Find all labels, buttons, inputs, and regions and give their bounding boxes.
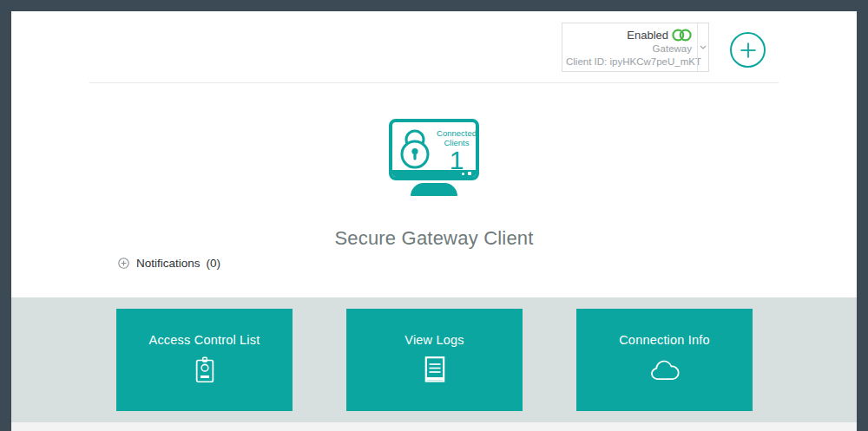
monitor-icon: Connected Clients 1 <box>389 119 479 196</box>
plus-icon <box>740 42 757 59</box>
gateway-selector-dropdown[interactable] <box>697 23 708 71</box>
connected-count: 1 <box>436 148 477 173</box>
gateway-selector-summary: Enabled Gateway Client ID: ipyHKCw7peU_m… <box>562 23 697 71</box>
action-label: Access Control List <box>149 333 260 347</box>
connected-label-line1: Connected <box>436 128 477 138</box>
add-gateway-button[interactable] <box>730 32 766 68</box>
padlock-icon <box>397 127 433 173</box>
view-logs-button[interactable]: View Logs <box>346 309 523 411</box>
notifications-label: Notifications <box>136 257 201 270</box>
connection-info-button[interactable]: Connection Info <box>576 309 753 411</box>
gateway-name: Gateway <box>566 43 692 54</box>
monitor-screen: Connected Clients 1 <box>389 119 479 180</box>
gateway-status-label: Enabled <box>627 29 668 42</box>
chevron-down-icon <box>700 45 707 49</box>
connected-clients-readout: Connected Clients 1 <box>436 128 477 173</box>
monitor-button-icon <box>468 172 471 175</box>
secure-gateway-client-app: { "colors": { "accent": "#0ba69f", "gree… <box>0 0 868 431</box>
header-divider <box>89 82 779 83</box>
action-label: Connection Info <box>619 333 710 347</box>
linked-rings-icon <box>672 28 692 42</box>
client-id: Client ID: ipyHKCw7peU_mKT <box>566 56 692 67</box>
id-badge-icon <box>195 355 214 384</box>
bottom-strip <box>11 422 857 431</box>
action-label: View Logs <box>404 333 464 347</box>
cloud-icon <box>648 355 681 384</box>
gateway-selector[interactable]: Enabled Gateway Client ID: ipyHKCw7peU_m… <box>562 23 709 72</box>
monitor-stand <box>411 183 457 196</box>
actions-section: Access Control List View Logs <box>11 297 857 422</box>
client-window: Enabled Gateway Client ID: ipyHKCw7peU_m… <box>11 11 857 431</box>
notifications-toggle[interactable]: Notifications (0) <box>118 257 220 270</box>
monitor-bezel <box>392 170 476 177</box>
notifications-count: (0) <box>207 257 221 270</box>
log-document-icon <box>424 355 445 384</box>
page-title: Secure Gateway Client <box>11 227 857 250</box>
access-control-list-button[interactable]: Access Control List <box>116 309 293 411</box>
monitor-power-dot-icon <box>462 173 464 175</box>
circled-plus-icon <box>118 258 129 269</box>
